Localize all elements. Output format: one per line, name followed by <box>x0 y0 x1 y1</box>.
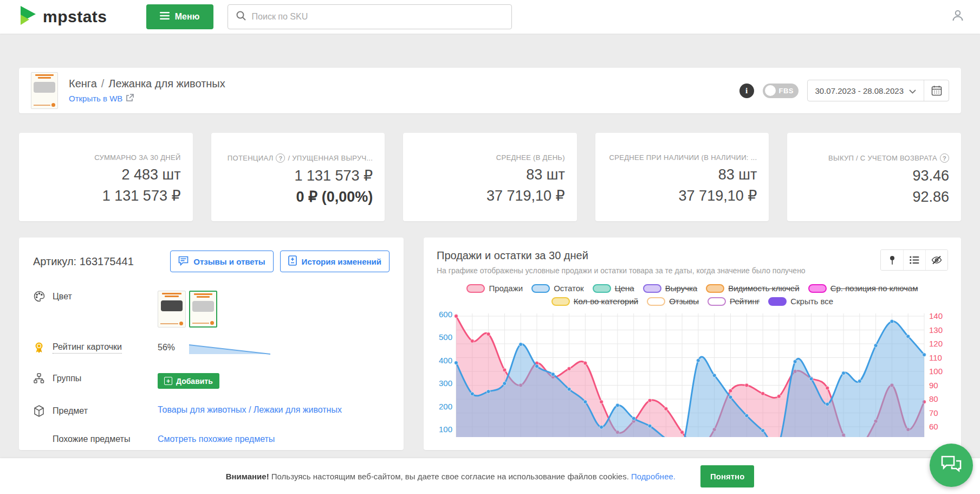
similar-subjects-row: Похожие предметы Смотреть похожие предме… <box>33 434 390 444</box>
question-circle-icon[interactable]: ? <box>276 153 285 163</box>
svg-text:300: 300 <box>439 378 452 388</box>
svg-text:500: 500 <box>439 332 452 342</box>
legend-swatch <box>706 284 724 293</box>
menu-button[interactable]: Меню <box>146 4 213 29</box>
cookie-text: Внимание! Пользуясь настоящим веб-сайтом… <box>226 472 676 481</box>
pin-marker-button[interactable] <box>881 250 903 270</box>
cookie-attention: Внимание! <box>226 472 269 481</box>
legend-swatch <box>708 297 726 306</box>
external-link-icon <box>126 94 134 104</box>
stat-label: СРЕДНЕЕ (В ДЕНЬ) <box>496 153 565 162</box>
svg-text:90: 90 <box>929 381 938 390</box>
history-button[interactable]: История изменений <box>280 251 390 272</box>
search-input[interactable] <box>252 12 504 22</box>
legend-item[interactable]: Скрыть все <box>768 297 833 306</box>
legend-swatch <box>551 297 570 306</box>
stat-label-suffix: / УПУЩЕННАЯ ВЫРУЧ... <box>288 154 373 162</box>
subject-label: Предмет <box>53 406 88 416</box>
cookie-message: Пользуясь настоящим веб-сайтом, вы даете… <box>271 472 629 481</box>
legend-label: Кол-во категорий <box>574 297 638 306</box>
toggle-knob <box>765 85 776 96</box>
reviews-button[interactable]: Отзывы и ответы <box>170 251 273 272</box>
plus-square-icon: + <box>164 377 172 385</box>
info-icon[interactable]: i <box>739 84 754 98</box>
cookie-more-link[interactable]: Подробнее. <box>631 472 676 481</box>
top-bar: mpstats Меню <box>0 0 980 34</box>
chart-title: Продажи и остатки за 30 дней <box>437 249 806 262</box>
cube-icon <box>33 405 45 417</box>
search-icon <box>236 10 246 23</box>
comments-icon <box>178 256 189 267</box>
stat-card-buyout: ВЫКУП / С УЧЕТОМ ВОЗВРАТА ? 93.46 92.86 <box>787 133 961 221</box>
subject-category-link[interactable]: Товары для животных / Лежаки для животны… <box>158 405 342 415</box>
chart-legend: ПродажиОстатокЦенаВыручкаВидимость ключе… <box>437 284 948 306</box>
similar-subjects-link[interactable]: Смотреть похожие предметы <box>158 434 275 444</box>
eye-off-button[interactable] <box>925 250 947 270</box>
summary-stats-row: СУММАРНО ЗА 30 ДНЕЙ 2 483 шт 1 131 573 ₽… <box>19 133 961 221</box>
svg-text:100: 100 <box>439 425 452 434</box>
legend-label: Цена <box>615 284 634 293</box>
stat-card-average-in-stock: СРЕДНЕЕ ПРИ НАЛИЧИИ (В НАЛИЧИИ: ... 83 ш… <box>595 133 769 221</box>
question-circle-icon[interactable]: ? <box>940 153 949 163</box>
stat-value-lost-revenue: 0 ₽ (0,00%) <box>220 189 373 205</box>
stat-value-buyout-returns: 92.86 <box>796 189 949 205</box>
similar-subjects-label: Похожие предметы <box>53 434 130 444</box>
product-thumbnail <box>31 72 58 109</box>
open-in-wb-label: Открыть в WB <box>69 94 122 103</box>
subject-row: Предмет Товары для животных / Лежаки для… <box>33 405 390 417</box>
color-variant-thumbnail-selected[interactable] <box>189 291 217 328</box>
user-account-icon[interactable] <box>951 9 965 25</box>
legend-item[interactable]: Продажи <box>466 284 523 293</box>
chevron-down-icon <box>909 86 916 95</box>
legend-swatch <box>768 297 787 306</box>
date-range-value: 30.07.2023 - 28.08.2023 <box>815 86 904 95</box>
svg-text:100: 100 <box>929 367 943 376</box>
chart-subtitle: На графике отображены условные продажи и… <box>437 266 806 275</box>
date-range-selector[interactable]: 30.07.2023 - 28.08.2023 <box>808 80 924 101</box>
svg-text:110: 110 <box>929 353 942 362</box>
logo-text: mpstats <box>43 8 107 26</box>
svg-text:60: 60 <box>929 422 938 431</box>
color-variant-thumbnail[interactable] <box>158 291 186 328</box>
legend-item[interactable]: Цена <box>593 284 634 293</box>
svg-text:80: 80 <box>929 394 938 403</box>
legend-item[interactable]: Рейтинг <box>708 297 760 306</box>
menu-button-label: Меню <box>175 12 200 22</box>
mpstats-logo[interactable]: mpstats <box>19 5 107 28</box>
groups-sitemap-icon <box>33 373 45 384</box>
hamburger-icon <box>160 12 170 22</box>
legend-label: Остаток <box>554 284 584 293</box>
reviews-button-label: Отзывы и ответы <box>193 257 265 266</box>
legend-item[interactable]: Остаток <box>531 284 584 293</box>
add-group-button[interactable]: + Добавить <box>158 373 219 389</box>
svg-text:70: 70 <box>929 408 938 418</box>
stat-value-rub: 37 719,10 ₽ <box>412 188 565 204</box>
stat-value-buyout: 93.46 <box>796 168 949 184</box>
legend-row-1: ПродажиОстатокЦенаВыручкаВидимость ключе… <box>437 284 948 293</box>
stat-card-total-30-days: СУММАРНО ЗА 30 ДНЕЙ 2 483 шт 1 131 573 ₽ <box>19 133 193 221</box>
palette-icon <box>33 291 45 302</box>
legend-item[interactable]: Видимость ключей <box>706 284 799 293</box>
rating-sparkline <box>189 342 270 358</box>
legend-label: Скрыть все <box>790 297 833 306</box>
stat-value-rub: 37 719,10 ₽ <box>604 188 757 204</box>
svg-text:140: 140 <box>929 311 943 320</box>
article-number: Артикул: 163175441 <box>33 255 134 268</box>
fbs-toggle[interactable]: FBS <box>763 84 799 98</box>
groups-label: Группы <box>53 374 81 383</box>
legend-item[interactable]: Выручка <box>643 284 698 293</box>
stat-value-rub: 1 131 573 ₽ <box>220 168 373 184</box>
legend-item[interactable]: Кол-во категорий <box>551 297 638 306</box>
cookie-accept-button[interactable]: Понятно <box>700 465 754 487</box>
list-button[interactable] <box>903 250 925 270</box>
legend-item[interactable]: Ср. позиция по ключам <box>808 284 918 293</box>
thumb-decor <box>35 74 54 76</box>
sales-stock-chart: 6005004003002001001401301201101009080706… <box>437 311 948 439</box>
product-header-card: Кенга/Лежанка для животных Открыть в WB … <box>19 68 961 113</box>
calendar-button[interactable] <box>924 80 949 101</box>
legend-item[interactable]: Отзывы <box>647 297 699 306</box>
product-name: Лежанка для животных <box>108 78 225 89</box>
open-in-wb-link[interactable]: Открыть в WB <box>69 94 134 104</box>
chat-widget-button[interactable] <box>930 444 973 487</box>
stat-label: СРЕДНЕЕ ПРИ НАЛИЧИИ (В НАЛИЧИИ: ... <box>609 153 757 162</box>
